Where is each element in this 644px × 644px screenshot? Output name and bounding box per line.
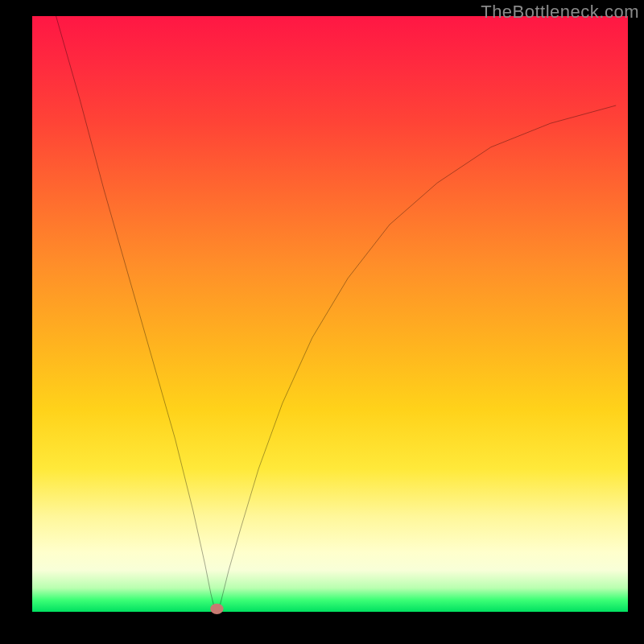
- watermark-text: TheBottleneck.com: [481, 2, 639, 23]
- bottleneck-curve: [32, 16, 628, 612]
- chart-frame: TheBottleneck.com: [0, 0, 644, 644]
- curve-right-branch: [217, 105, 616, 612]
- min-marker-dot: [210, 604, 223, 614]
- plot-area: [32, 16, 628, 612]
- curve-left-branch: [56, 16, 217, 612]
